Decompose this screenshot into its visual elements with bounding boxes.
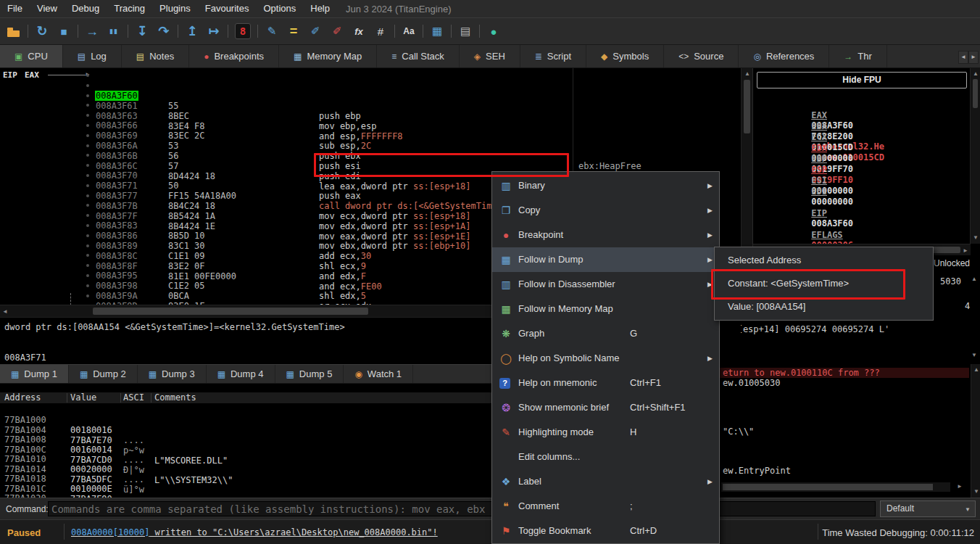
disassembly-row[interactable]: 008A3F6C 8D4424 18 lea eax,dword ptr ss:…: [0, 141, 741, 151]
scrollbar-thumb[interactable]: [93, 308, 368, 315]
submenu-item-constant-getsystemtime[interactable]: Constant: <GetSystemTime>: [715, 272, 933, 295]
breakpoint-dot[interactable]: [86, 284, 89, 287]
disassembly-row[interactable]: 008A3F69 53 push ebx ebx:HeapFree: [0, 110, 741, 120]
unlocked-button[interactable]: Unlocked: [934, 258, 970, 268]
dump-tab-4[interactable]: ▦ Dump 4: [207, 365, 275, 383]
breakpoint-dot[interactable]: [86, 74, 89, 77]
toolbar-separator[interactable]: [391, 21, 398, 41]
tab-breakpoints[interactable]: ● Breakpoints: [189, 45, 279, 67]
toolbar-separator[interactable]: [448, 21, 454, 41]
scroll-down-icon[interactable]: ▼: [973, 234, 979, 242]
menu-item-graph[interactable]: ❋ Graph G: [492, 321, 719, 346]
menu-debug[interactable]: Debug: [65, 0, 107, 17]
toolbar-separator[interactable]: [75, 21, 81, 41]
tab-notes[interactable]: ▤ Notes: [122, 45, 189, 67]
menu-item-edit-columns[interactable]: Edit columns...: [492, 445, 719, 469]
address-link[interactable]: 008A0000[10000]: [71, 527, 149, 537]
step-over-icon[interactable]: ↷: [153, 21, 175, 41]
highlight-icon[interactable]: ✐: [326, 21, 348, 41]
toolbar-separator[interactable]: [25, 21, 31, 41]
toolbar-separator[interactable]: [125, 21, 131, 41]
menu-item-copy[interactable]: ❐ Copy ▶: [492, 198, 719, 223]
patch-icon[interactable]: =: [283, 21, 304, 41]
menu-item-help-on-symbolic-name[interactable]: ◯ Help on Symbolic Name ▶: [492, 346, 719, 371]
toolbar-separator[interactable]: [420, 21, 426, 41]
scroll-up-icon[interactable]: ▲: [744, 70, 750, 78]
disassembly-row[interactable]: 008A3F60 55 push ebp: [0, 70, 741, 81]
menu-item-toggle-bookmark[interactable]: ⚑ Toggle Bookmark Ctrl+D: [492, 519, 719, 543]
tab-call-stack[interactable]: ≡ Call Stack: [377, 45, 460, 67]
breakpoint-dot[interactable]: [86, 174, 89, 177]
watch-tab-1[interactable]: ◉ Watch 1: [344, 365, 413, 383]
step-out-icon[interactable]: ↦: [203, 21, 225, 41]
argument-row[interactable]: 5: [esp+14] 00695274 00695274 L': [722, 324, 889, 334]
scrollbar-thumb[interactable]: [973, 79, 978, 108]
menu-favourites[interactable]: Favourites: [198, 0, 257, 17]
breakpoint-dot[interactable]: [86, 94, 89, 97]
tab-scroll-right-icon[interactable]: ►: [968, 51, 979, 64]
scroll-up-icon[interactable]: ▲: [973, 366, 979, 374]
hide-fpu-button[interactable]: Hide FPU: [757, 72, 967, 88]
stack-row[interactable]: [718, 387, 969, 397]
scroll-right-icon[interactable]: ►: [957, 483, 963, 490]
breakpoint-dot[interactable]: [86, 84, 89, 87]
disassembly-row[interactable]: 008A3F6A 56 push esi: [0, 120, 741, 131]
memory-table-icon[interactable]: ▤: [454, 21, 476, 41]
breakpoint-dot[interactable]: [86, 214, 89, 217]
stack-vscrollbar[interactable]: ▲ ▼: [971, 364, 980, 498]
fx-icon[interactable]: fx: [348, 21, 370, 41]
menu-item-follow-in-dump[interactable]: ▦ Follow in Dump ▶: [492, 247, 719, 272]
menu-item-help-on-mnemonic[interactable]: ? Help on mnemonic Ctrl+F1: [492, 371, 719, 395]
stack-row[interactable]: ew.01005030: [718, 378, 969, 388]
scroll-right-icon[interactable]: ►: [963, 247, 968, 255]
menu-item-binary[interactable]: ▥ Binary ▶: [492, 173, 719, 198]
stack-row[interactable]: [718, 437, 969, 447]
tab-source[interactable]: <> Source: [664, 45, 739, 67]
stack-pane[interactable]: eturn to new.0100110C from ???ew.0100503…: [718, 364, 980, 498]
disassembly-row[interactable]: 008A3F63 83E4 F8 and esp,FFFFFFF8: [0, 91, 741, 101]
restart-icon[interactable]: ↻: [31, 21, 53, 41]
menu-item-breakpoint[interactable]: ● Breakpoint ▶: [492, 223, 719, 247]
breakpoint-dot[interactable]: [86, 144, 89, 147]
toolbar-separator[interactable]: [225, 21, 231, 41]
disassembly-row[interactable]: 008A3F66 83EC 2C sub esp,2C: [0, 100, 741, 110]
run-to-user-code-icon[interactable]: ↥: [181, 21, 203, 41]
tab-cpu[interactable]: ▣ CPU: [0, 45, 63, 67]
scroll-down-icon[interactable]: ▼: [973, 488, 979, 495]
menu-file[interactable]: File: [0, 0, 30, 17]
stop-icon[interactable]: ■: [53, 21, 75, 41]
breakpoint-dot[interactable]: [86, 294, 89, 297]
stack-row[interactable]: "C:\\": [718, 426, 969, 437]
breakpoint-dot[interactable]: [86, 254, 89, 257]
breakpoint-dot[interactable]: [86, 164, 89, 167]
dump-tab-3[interactable]: ▦ Dump 3: [138, 365, 207, 383]
stack-row[interactable]: [718, 446, 969, 456]
menu-item-label[interactable]: ❖ Label ▶: [492, 469, 719, 494]
assemble-icon[interactable]: ✎: [261, 21, 283, 41]
breakpoint-dot[interactable]: [86, 184, 89, 187]
disassembly-row[interactable]: 008A3F61 8BEC mov ebp,esp: [0, 81, 741, 91]
breakpoint-dot[interactable]: [86, 204, 89, 207]
stack-row[interactable]: eturn to new.0100110C from ???: [718, 368, 969, 378]
toolbar-separator[interactable]: [254, 21, 261, 41]
font-icon[interactable]: Aa: [398, 21, 420, 41]
tab-script[interactable]: ≣ Script: [520, 45, 586, 67]
switch-view-icon[interactable]: 8: [235, 23, 251, 39]
breakpoint-dot[interactable]: [86, 134, 89, 137]
calculator-icon[interactable]: #: [370, 21, 391, 41]
stack-row[interactable]: [718, 397, 969, 408]
menu-item-comment[interactable]: ❝ Comment ;: [492, 494, 719, 519]
disassembly-row[interactable]: 008A3F71 FF15 54A18A00 call dword ptr ds…: [0, 160, 741, 170]
toolbar-separator[interactable]: [476, 21, 483, 41]
stack-row[interactable]: [718, 417, 969, 427]
goto-icon[interactable]: ▦: [426, 21, 448, 41]
registers-vscrollbar[interactable]: ▲ ▼: [970, 68, 980, 244]
open-file-icon[interactable]: [3, 21, 25, 41]
toolbar-separator[interactable]: [175, 21, 181, 41]
breakpoint-dot[interactable]: [86, 154, 89, 157]
run-icon[interactable]: →: [81, 21, 103, 41]
dump-tab-2[interactable]: ▦ Dump 2: [69, 365, 138, 383]
breakpoint-dot[interactable]: [86, 114, 89, 117]
register-row[interactable]: EAX 008A3F60: [759, 100, 968, 111]
stack-hscrollbar[interactable]: [721, 482, 950, 492]
